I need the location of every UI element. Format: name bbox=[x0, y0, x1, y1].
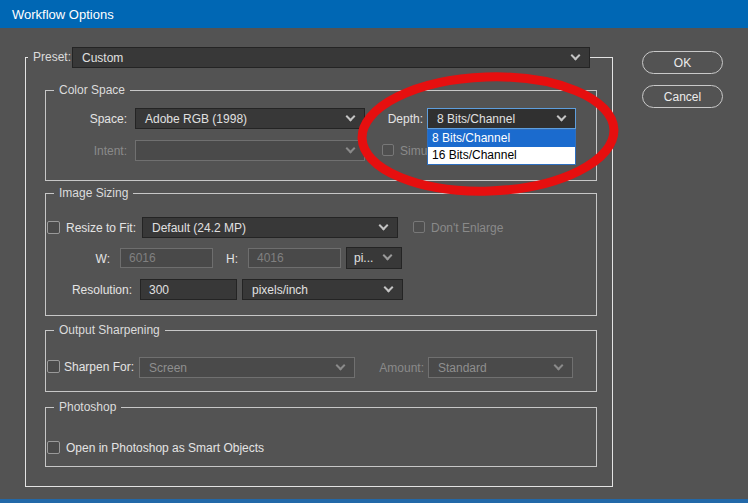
smart-objects-checkbox[interactable] bbox=[47, 441, 60, 454]
resolution-unit-value: pixels/inch bbox=[252, 283, 308, 297]
resize-to-fit-label: Resize to Fit: bbox=[66, 221, 136, 236]
dimension-unit-dropdown[interactable]: pi... bbox=[346, 247, 402, 269]
height-label: H: bbox=[198, 252, 238, 267]
preset-dropdown[interactable]: Custom bbox=[72, 47, 590, 68]
depth-label: Depth: bbox=[383, 112, 423, 127]
cancel-button-label: Cancel bbox=[664, 90, 701, 104]
width-value: 6016 bbox=[129, 251, 156, 265]
resolution-unit-dropdown[interactable]: pixels/inch bbox=[242, 279, 403, 300]
resolution-label: Resolution: bbox=[52, 283, 132, 298]
workflow-options-dialog: Workflow Options Preset: Custom OK Cance… bbox=[0, 0, 748, 503]
space-dropdown[interactable]: Adobe RGB (1998) bbox=[135, 108, 365, 129]
depth-dropdown[interactable]: 8 Bits/Channel bbox=[427, 108, 576, 129]
sharpen-for-label: Sharpen For: bbox=[64, 360, 134, 375]
cancel-button[interactable]: Cancel bbox=[642, 85, 723, 108]
sharpen-for-checkbox[interactable] bbox=[47, 360, 60, 373]
color-space-legend: Color Space bbox=[54, 83, 130, 98]
depth-option-16bit[interactable]: 16 Bits/Channel bbox=[428, 147, 575, 164]
simulate-paper-ink-checkbox bbox=[382, 144, 394, 156]
image-sizing-legend: Image Sizing bbox=[54, 186, 133, 201]
depth-option-8bit[interactable]: 8 Bits/Channel bbox=[428, 130, 575, 147]
resize-to-fit-checkbox[interactable] bbox=[47, 221, 60, 234]
title-bar[interactable]: Workflow Options bbox=[0, 0, 748, 28]
chevron-down-icon bbox=[557, 111, 567, 121]
dialog-title: Workflow Options bbox=[12, 7, 114, 22]
chevron-down-icon bbox=[336, 360, 346, 370]
resolution-input[interactable]: 300 bbox=[140, 279, 237, 300]
dimension-unit-value: pi... bbox=[354, 251, 373, 265]
resolution-value: 300 bbox=[149, 283, 169, 297]
intent-dropdown bbox=[135, 140, 365, 161]
dont-enlarge-checkbox bbox=[413, 221, 425, 233]
sharpen-for-value: Screen bbox=[149, 361, 187, 375]
chevron-down-icon bbox=[554, 360, 564, 370]
space-label: Space: bbox=[60, 112, 127, 127]
photoshop-group bbox=[45, 407, 597, 467]
preset-value: Custom bbox=[82, 51, 123, 65]
preset-label: Preset: bbox=[28, 50, 76, 65]
amount-label: Amount: bbox=[376, 361, 424, 376]
chevron-down-icon bbox=[346, 111, 356, 121]
photoshop-legend: Photoshop bbox=[54, 400, 121, 415]
depth-value: 8 Bits/Channel bbox=[437, 112, 515, 126]
amount-value: Standard bbox=[438, 361, 487, 375]
chevron-down-icon bbox=[379, 220, 389, 230]
ok-button-label: OK bbox=[674, 56, 691, 70]
window-bottom-border bbox=[0, 499, 748, 503]
width-label: W: bbox=[70, 252, 110, 267]
chevron-down-icon bbox=[571, 50, 581, 60]
chevron-down-icon bbox=[346, 143, 356, 153]
height-input: 4016 bbox=[248, 248, 341, 268]
resize-preset-dropdown[interactable]: Default (24.2 MP) bbox=[142, 217, 398, 238]
depth-dropdown-list: 8 Bits/Channel 16 Bits/Channel bbox=[427, 129, 576, 165]
dont-enlarge-label: Don't Enlarge bbox=[431, 221, 503, 236]
height-value: 4016 bbox=[257, 251, 284, 265]
sharpen-for-dropdown: Screen bbox=[139, 357, 355, 378]
smart-objects-label: Open in Photoshop as Smart Objects bbox=[66, 441, 264, 456]
chevron-down-icon bbox=[383, 251, 393, 261]
space-value: Adobe RGB (1998) bbox=[145, 112, 247, 126]
chevron-down-icon bbox=[384, 282, 394, 292]
intent-label: Intent: bbox=[60, 144, 127, 159]
output-sharpening-legend: Output Sharpening bbox=[54, 323, 165, 338]
amount-dropdown: Standard bbox=[428, 357, 573, 378]
resize-preset-value: Default (24.2 MP) bbox=[152, 221, 246, 235]
ok-button[interactable]: OK bbox=[642, 51, 723, 74]
